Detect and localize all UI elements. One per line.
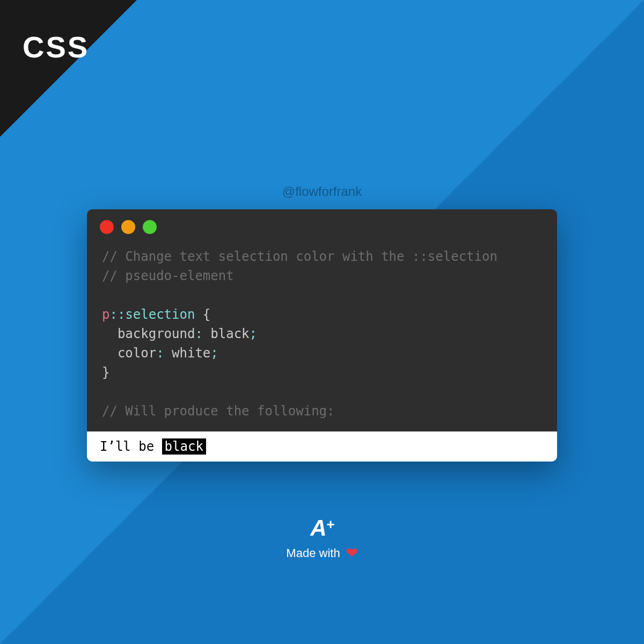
code-semicolon: ; [250, 326, 257, 341]
corner-badge [0, 0, 137, 137]
code-property: color [118, 346, 156, 361]
footer: A+ Made with ❤ [286, 515, 357, 562]
maximize-icon[interactable] [143, 220, 157, 234]
corner-badge-label: CSS [23, 30, 89, 64]
minimize-icon[interactable] [121, 220, 135, 234]
output-selection: black [162, 438, 206, 455]
code-brace: { [195, 307, 210, 322]
code-window: // Change text selection color with the … [87, 209, 557, 462]
logo-plus-icon: + [327, 516, 334, 533]
close-icon[interactable] [100, 220, 114, 234]
made-with-line: Made with ❤ [286, 544, 357, 562]
code-value: white [172, 346, 210, 361]
code-pseudo-name: selection [125, 307, 195, 322]
code-comment: // pseudo-element [102, 268, 234, 283]
code-pseudo-colons: :: [109, 307, 125, 322]
logo: A+ [310, 515, 334, 541]
code-colon: : [156, 346, 164, 361]
code-property: background [118, 326, 195, 341]
code-semicolon: ; [210, 346, 218, 361]
logo-letter: A [310, 515, 325, 541]
heart-icon: ❤ [346, 544, 358, 562]
made-with-text: Made with [286, 546, 340, 560]
code-block: // Change text selection color with the … [87, 234, 557, 431]
watermark-handle: @flowforfrank [282, 184, 362, 199]
output-text: I’ll be [100, 439, 162, 454]
code-comment: // Change text selection color with the … [102, 249, 497, 264]
code-comment: // Will produce the following: [102, 404, 334, 419]
code-value: black [210, 326, 249, 341]
code-selector-tag: p [102, 307, 109, 322]
code-brace: } [102, 365, 109, 380]
output-preview: I’ll be black [87, 431, 557, 462]
window-titlebar [87, 209, 557, 234]
code-colon: : [195, 326, 202, 341]
